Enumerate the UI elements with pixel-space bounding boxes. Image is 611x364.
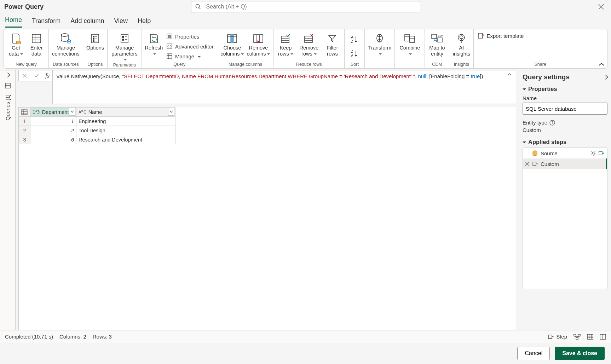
- manage-connections-button[interactable]: Manage connections: [51, 31, 81, 57]
- group-insights: Insights: [451, 62, 471, 68]
- close-button[interactable]: [595, 2, 607, 11]
- ai-insights-button[interactable]: AI insights: [451, 31, 471, 57]
- data-grid[interactable]: 123DepartmentIDABCName 11Engineering22To…: [18, 107, 516, 330]
- applied-steps-section[interactable]: Applied steps: [523, 139, 607, 145]
- info-icon[interactable]: [549, 120, 555, 126]
- sort-desc-button[interactable]: ZA: [349, 46, 360, 60]
- svg-rect-76: [574, 334, 576, 336]
- svg-rect-11: [92, 34, 99, 43]
- svg-rect-40: [305, 36, 312, 42]
- sort-asc-button[interactable]: AZ: [349, 32, 360, 46]
- table-row[interactable]: 22Tool Design: [19, 126, 175, 135]
- table-corner[interactable]: [19, 108, 30, 117]
- tab-add-column[interactable]: Add column: [70, 17, 104, 28]
- diagram-view-button[interactable]: [573, 334, 581, 340]
- table-row[interactable]: 11Engineering: [19, 117, 175, 126]
- group-manage-columns: Manage columns: [219, 62, 271, 68]
- keep-rows-button[interactable]: Keep rows: [276, 31, 295, 57]
- filter-rows-button[interactable]: Filter rows: [322, 31, 342, 57]
- manage-parameters-button[interactable]: Manage parameters: [110, 31, 139, 63]
- table-row[interactable]: 36Research and Development: [19, 135, 175, 144]
- svg-point-14: [93, 41, 94, 42]
- expand-queries-icon[interactable]: [5, 73, 10, 77]
- formula-collapse-icon[interactable]: [507, 73, 512, 77]
- get-data-button[interactable]: Get data: [6, 31, 26, 57]
- cancel-button[interactable]: Cancel: [517, 347, 550, 360]
- options-button[interactable]: Options: [85, 31, 105, 51]
- cell-departmentid[interactable]: 6: [30, 135, 76, 144]
- cell-departmentid[interactable]: 1: [30, 117, 76, 126]
- properties-button[interactable]: Properties: [165, 31, 215, 41]
- ribbon-collapse-button[interactable]: [598, 62, 605, 67]
- status-columns: Columns: 2: [59, 334, 86, 340]
- group-options: Options: [85, 62, 105, 68]
- cell-departmentid[interactable]: 2: [30, 126, 76, 135]
- choose-columns-button[interactable]: Choose columns: [219, 31, 245, 57]
- gear-icon[interactable]: [590, 150, 596, 156]
- query-name-input[interactable]: [523, 103, 607, 115]
- svg-rect-37: [281, 36, 289, 42]
- row-number[interactable]: 3: [19, 135, 30, 144]
- status-rows: Rows: 3: [93, 334, 112, 340]
- collapse-settings-icon[interactable]: [603, 75, 608, 80]
- ai-insights-icon: [456, 33, 466, 44]
- enter-data-button[interactable]: Enter data: [27, 31, 46, 57]
- map-to-entity-button[interactable]: CDM Map to entity: [427, 31, 447, 57]
- column-filter-dropdown[interactable]: [168, 108, 174, 116]
- svg-rect-78: [576, 337, 578, 339]
- delete-step-icon[interactable]: [525, 162, 529, 166]
- tab-view[interactable]: View: [114, 17, 128, 28]
- group-share: Share: [476, 62, 605, 68]
- group-new-query: New query: [6, 62, 46, 68]
- export-template-button[interactable]: Export template: [476, 31, 525, 41]
- choose-columns-icon: [226, 34, 238, 44]
- search-input[interactable]: [206, 3, 416, 10]
- formula-editor[interactable]: Value.NativeQuery(Source, "SELECT Depart…: [52, 70, 516, 104]
- svg-text:Z: Z: [351, 40, 353, 44]
- tab-help[interactable]: Help: [138, 17, 151, 28]
- advanced-editor-button[interactable]: Advanced editor: [165, 41, 215, 51]
- save-close-button[interactable]: Save & close: [555, 347, 605, 360]
- filter-icon: [328, 34, 337, 43]
- transform-button[interactable]: Transform: [367, 31, 392, 57]
- refresh-icon: [148, 33, 160, 44]
- step-run-icon[interactable]: [598, 150, 604, 156]
- combine-button[interactable]: Combine: [397, 31, 422, 57]
- step-indicator[interactable]: Step: [548, 334, 567, 340]
- ai-insights-label: AI insights: [453, 45, 470, 57]
- column-header-name[interactable]: ABCName: [76, 108, 175, 117]
- svg-rect-54: [437, 38, 442, 42]
- applied-step-custom[interactable]: Custom: [523, 158, 607, 169]
- refresh-button[interactable]: Refresh: [144, 31, 164, 57]
- search-box[interactable]: [191, 1, 420, 12]
- svg-rect-75: [548, 335, 552, 339]
- tab-home[interactable]: Home: [5, 16, 22, 28]
- fx-icon[interactable]: fx: [45, 72, 50, 80]
- svg-rect-74: [533, 162, 536, 166]
- cell-name[interactable]: Research and Development: [76, 135, 175, 144]
- cell-name[interactable]: Tool Design: [76, 126, 175, 135]
- applied-step-source[interactable]: Source: [523, 148, 607, 158]
- group-reduce-rows: Reduce rows: [276, 62, 342, 68]
- filter-rows-label: Filter rows: [327, 45, 338, 57]
- entity-type-label: Entity type: [523, 120, 547, 126]
- remove-columns-button[interactable]: Remove columns: [246, 31, 271, 57]
- column-filter-dropdown[interactable]: [69, 108, 75, 116]
- query-settings-pane: Query settings Properties Name Entity ty…: [519, 70, 611, 330]
- manage-query-button[interactable]: Manage: [165, 51, 215, 61]
- column-header-departmentid[interactable]: 123DepartmentID: [30, 108, 76, 117]
- tab-transform[interactable]: Transform: [32, 17, 60, 28]
- row-number[interactable]: 1: [19, 117, 30, 126]
- svg-point-9: [61, 34, 68, 36]
- remove-rows-button[interactable]: Remove rows: [296, 31, 322, 57]
- close-icon: [598, 4, 604, 10]
- queries-pane[interactable]: Queries [1]: [0, 70, 16, 330]
- grid-view-button[interactable]: [587, 334, 593, 340]
- properties-section[interactable]: Properties: [523, 86, 607, 92]
- name-label: Name: [523, 95, 607, 101]
- schema-view-button[interactable]: [600, 334, 606, 340]
- formula-commit-icon[interactable]: [34, 73, 39, 79]
- row-number[interactable]: 2: [19, 126, 30, 135]
- cell-name[interactable]: Engineering: [76, 117, 175, 126]
- formula-cancel-icon[interactable]: [22, 73, 28, 79]
